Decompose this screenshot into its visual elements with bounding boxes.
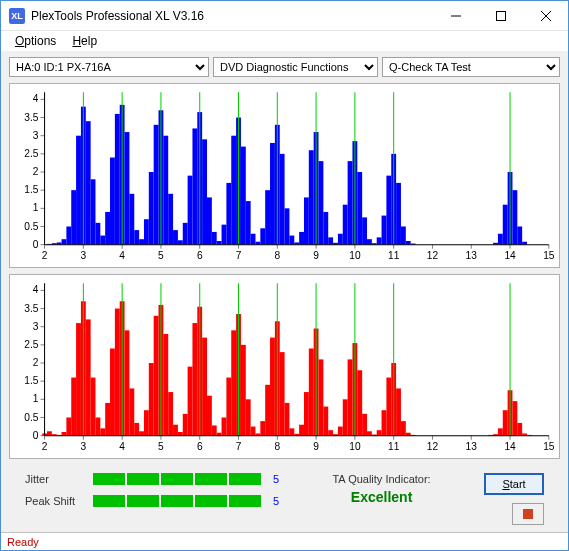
svg-rect-72 bbox=[154, 125, 159, 245]
svg-rect-131 bbox=[517, 226, 522, 244]
bar-segment bbox=[127, 473, 159, 485]
svg-rect-274 bbox=[517, 423, 522, 436]
svg-rect-222 bbox=[192, 323, 197, 436]
bar-segment bbox=[195, 495, 227, 507]
svg-rect-256 bbox=[357, 370, 362, 435]
svg-text:4: 4 bbox=[119, 441, 125, 452]
svg-rect-74 bbox=[163, 136, 168, 245]
bar-segment bbox=[229, 473, 261, 485]
svg-rect-111 bbox=[343, 205, 348, 245]
test-select[interactable]: Q-Check TA Test bbox=[382, 57, 560, 77]
status-text: Ready bbox=[7, 536, 39, 548]
svg-rect-206 bbox=[115, 309, 120, 436]
metrics: Jitter 5 Peak Shift 5 bbox=[25, 473, 279, 507]
svg-rect-91 bbox=[246, 201, 251, 245]
drive-select[interactable]: HA:0 ID:1 PX-716A bbox=[9, 57, 209, 77]
svg-rect-245 bbox=[304, 392, 309, 436]
bar-segment bbox=[93, 495, 125, 507]
svg-text:4: 4 bbox=[33, 284, 39, 295]
stop-icon bbox=[521, 507, 535, 521]
jitter-value: 5 bbox=[273, 473, 279, 485]
svg-rect-238 bbox=[270, 338, 275, 436]
menu-help[interactable]: Help bbox=[66, 32, 103, 50]
quality-indicator: TA Quality Indicator: Excellent bbox=[299, 473, 464, 505]
svg-rect-234 bbox=[251, 427, 256, 436]
close-button[interactable] bbox=[523, 1, 568, 31]
chart-bottom: 00.511.522.533.5423456789101112131415 bbox=[9, 274, 560, 459]
svg-rect-94 bbox=[260, 228, 265, 244]
svg-text:3.5: 3.5 bbox=[24, 303, 38, 314]
svg-rect-108 bbox=[328, 237, 333, 244]
svg-rect-69 bbox=[139, 239, 144, 244]
function-select[interactable]: DVD Diagnostic Functions bbox=[213, 57, 378, 77]
svg-rect-216 bbox=[163, 334, 168, 436]
svg-rect-258 bbox=[367, 431, 372, 435]
svg-rect-213 bbox=[149, 363, 154, 436]
menu-options[interactable]: Options bbox=[9, 32, 62, 50]
svg-rect-122 bbox=[396, 183, 401, 245]
svg-text:9: 9 bbox=[313, 441, 319, 452]
svg-rect-252 bbox=[338, 427, 343, 436]
svg-text:0.5: 0.5 bbox=[24, 412, 38, 423]
stop-button[interactable] bbox=[512, 503, 544, 525]
svg-text:3: 3 bbox=[81, 441, 87, 452]
minimize-button[interactable] bbox=[433, 1, 478, 31]
svg-text:2: 2 bbox=[33, 166, 39, 177]
svg-text:6: 6 bbox=[197, 250, 203, 261]
svg-text:14: 14 bbox=[504, 441, 516, 452]
svg-rect-265 bbox=[401, 421, 406, 436]
svg-rect-220 bbox=[183, 414, 188, 436]
bar-segment bbox=[127, 495, 159, 507]
svg-text:7: 7 bbox=[236, 441, 242, 452]
peakshift-value: 5 bbox=[273, 495, 279, 507]
svg-text:12: 12 bbox=[427, 250, 439, 261]
svg-text:10: 10 bbox=[349, 441, 361, 452]
svg-rect-204 bbox=[105, 403, 110, 436]
svg-rect-80 bbox=[192, 128, 197, 244]
svg-rect-83 bbox=[207, 197, 212, 244]
svg-rect-264 bbox=[396, 388, 401, 435]
maximize-button[interactable] bbox=[478, 1, 523, 31]
jitter-bars bbox=[93, 473, 261, 485]
svg-rect-260 bbox=[377, 430, 382, 435]
svg-rect-230 bbox=[231, 330, 236, 435]
svg-text:0.5: 0.5 bbox=[24, 221, 38, 232]
svg-text:3: 3 bbox=[33, 321, 39, 332]
svg-rect-237 bbox=[265, 385, 270, 436]
svg-rect-201 bbox=[91, 378, 96, 436]
start-button[interactable]: Start bbox=[484, 473, 544, 495]
svg-text:15: 15 bbox=[543, 250, 555, 261]
svg-rect-110 bbox=[338, 234, 343, 245]
svg-rect-211 bbox=[139, 431, 144, 435]
peakshift-row: Peak Shift 5 bbox=[25, 495, 279, 507]
svg-text:11: 11 bbox=[388, 250, 400, 261]
svg-rect-64 bbox=[115, 114, 120, 245]
svg-rect-71 bbox=[149, 172, 154, 245]
svg-text:1.5: 1.5 bbox=[24, 375, 38, 386]
svg-rect-271 bbox=[503, 410, 508, 435]
svg-text:3.5: 3.5 bbox=[24, 112, 38, 123]
svg-text:1.5: 1.5 bbox=[24, 184, 38, 195]
svg-rect-104 bbox=[309, 150, 314, 244]
svg-rect-198 bbox=[76, 323, 81, 436]
svg-text:3: 3 bbox=[33, 130, 39, 141]
svg-text:8: 8 bbox=[274, 250, 280, 261]
svg-rect-115 bbox=[362, 217, 367, 244]
bar-segment bbox=[93, 473, 125, 485]
svg-rect-209 bbox=[129, 388, 134, 435]
svg-rect-130 bbox=[512, 190, 517, 244]
svg-rect-55 bbox=[71, 190, 76, 244]
svg-rect-200 bbox=[86, 319, 91, 435]
svg-rect-218 bbox=[173, 425, 178, 436]
svg-rect-77 bbox=[178, 240, 183, 244]
svg-rect-67 bbox=[129, 194, 134, 245]
svg-rect-197 bbox=[71, 378, 76, 436]
svg-rect-90 bbox=[241, 147, 246, 245]
svg-rect-253 bbox=[343, 399, 348, 435]
svg-text:7: 7 bbox=[236, 250, 242, 261]
bottom-panel: Jitter 5 Peak Shift 5 TA Quality Indicat… bbox=[5, 465, 564, 531]
svg-rect-103 bbox=[304, 197, 309, 244]
svg-rect-53 bbox=[62, 239, 67, 244]
svg-rect-56 bbox=[76, 136, 81, 245]
dropdown-row: HA:0 ID:1 PX-716A DVD Diagnostic Functio… bbox=[5, 55, 564, 83]
